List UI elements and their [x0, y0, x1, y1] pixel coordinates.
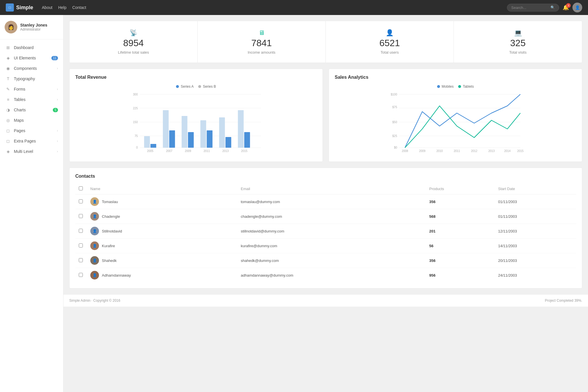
row-email-cell: adhamdannaway@dummy.com: [237, 268, 426, 283]
svg-rect-16: [182, 116, 188, 148]
sidebar-item-forms[interactable]: ✎ Forms ›: [0, 84, 63, 94]
row-name-cell: 👤 Chadengle: [87, 209, 237, 224]
row-email-cell: shahedk@dummy.com: [237, 253, 426, 268]
col-checkbox: [75, 183, 87, 194]
bar-chart-container: 300 225 150 75 0 2005: [75, 91, 317, 156]
search-box[interactable]: 🔍: [507, 4, 559, 12]
svg-rect-26: [244, 132, 250, 148]
multi-level-icon: ◈: [5, 149, 11, 154]
select-all-checkbox[interactable]: [79, 186, 83, 190]
sidebar-item-maps[interactable]: ◎ Maps: [0, 115, 63, 125]
legend-label-b: Series B: [203, 85, 216, 89]
contacts-card: Contacts Name Email Products Start Date: [69, 168, 582, 288]
sidebar-user-role: Administrator: [20, 27, 47, 31]
name-with-avatar: 👤 Shahedk: [90, 256, 234, 265]
svg-rect-20: [207, 130, 213, 148]
tables-icon: ≡: [5, 97, 11, 102]
legend-dot-mobiles: [437, 85, 440, 88]
row-date-cell: 14/11/2003: [495, 239, 576, 253]
sidebar-item-label: Charts: [14, 108, 53, 112]
brand-name: Simple: [16, 5, 33, 11]
svg-text:$50: $50: [392, 121, 397, 124]
chevron-right-icon: ›: [57, 139, 58, 143]
legend-dot-blue: [176, 85, 179, 88]
name-with-avatar: 👤 Tomaslau: [90, 197, 234, 206]
row-checkbox[interactable]: [79, 273, 83, 277]
charts-row: Total Revenue Series A Series B 30: [69, 69, 582, 162]
nav-help[interactable]: Help: [58, 5, 67, 10]
sidebar-item-label: Typography: [14, 76, 58, 81]
sidebar-item-extra-pages[interactable]: ◻ Extra Pages ›: [0, 136, 63, 146]
sidebar-item-typography[interactable]: T Typography: [0, 74, 63, 84]
row-checkbox-cell: [75, 239, 87, 253]
sidebar-item-dashboard[interactable]: ⊞ Dashboard: [0, 42, 63, 53]
row-checkbox-cell: [75, 268, 87, 283]
sidebar-item-pages[interactable]: ◻ Pages ›: [0, 125, 63, 136]
nav-contact[interactable]: Contact: [72, 5, 86, 10]
sidebar-item-charts[interactable]: ◑ Charts 5: [0, 105, 63, 115]
contact-name: Chadengle: [102, 214, 120, 219]
row-checkbox[interactable]: [79, 243, 83, 247]
sidebar-item-ui-elements[interactable]: ◈ UI Elements 11: [0, 53, 63, 63]
svg-text:2007: 2007: [166, 149, 173, 153]
row-checkbox[interactable]: [79, 258, 83, 262]
ui-elements-badge: 11: [51, 56, 58, 60]
charts-icon: ◑: [5, 108, 11, 112]
name-with-avatar: 👤 Kurafire: [90, 241, 234, 250]
sidebar-item-multi-level[interactable]: ◈ Multi Level ›: [0, 146, 63, 157]
svg-text:$25: $25: [392, 134, 397, 138]
stat-card-visits: 💻 325 Total visits: [454, 21, 582, 63]
svg-text:$100: $100: [391, 93, 397, 96]
row-date-cell: 24/11/2003: [495, 268, 576, 283]
stat-number-users: 6521: [332, 38, 448, 48]
nav-about[interactable]: About: [42, 5, 53, 10]
table-row: 👤 Stillnotdavid stillnotdavid@dummy.com …: [75, 224, 576, 239]
legend-label-mobiles: Mobiles: [442, 85, 454, 89]
search-input[interactable]: [511, 5, 549, 10]
charts-badge: 5: [53, 108, 58, 112]
notifications-button[interactable]: 🔔 3: [563, 4, 569, 11]
contact-avatar: 👤: [90, 241, 99, 250]
contacts-table: Name Email Products Start Date 👤 Tomasla…: [75, 183, 576, 282]
svg-rect-14: [169, 130, 175, 148]
sales-analytics-title: Sales Analytics: [335, 75, 576, 80]
row-name-cell: 👤 Shahedk: [87, 253, 237, 268]
footer-right-prefix: Project Completed: [545, 299, 574, 303]
svg-rect-19: [201, 120, 206, 148]
stat-label-users: Total users: [332, 50, 448, 55]
row-checkbox[interactable]: [79, 214, 83, 218]
svg-text:2013: 2013: [222, 149, 229, 153]
svg-text:2011: 2011: [454, 149, 460, 153]
svg-text:2010: 2010: [436, 149, 443, 153]
footer-percent: 39%: [574, 299, 581, 303]
stat-number-income: 7841: [203, 38, 320, 48]
legend-label-tablets: Tablets: [463, 85, 474, 89]
stat-number-visits: 325: [460, 38, 576, 48]
user-avatar-top[interactable]: 👤: [572, 3, 582, 12]
brand[interactable]: □ Simple: [6, 3, 33, 12]
row-checkbox[interactable]: [79, 199, 83, 203]
row-products-cell: 956: [426, 268, 495, 283]
legend-tablets: Tablets: [458, 85, 474, 89]
row-name-cell: 👤 Tomaslau: [87, 194, 237, 209]
svg-text:2015: 2015: [517, 149, 524, 153]
sales-analytics-card: Sales Analytics Mobiles Tablets $100 $75: [329, 69, 582, 162]
row-products-cell: 56: [426, 239, 495, 253]
legend-dot-tablets: [458, 85, 461, 88]
row-checkbox[interactable]: [79, 229, 83, 233]
sidebar-item-components[interactable]: ◉ Components ›: [0, 63, 63, 74]
legend-dot-gray: [198, 85, 201, 88]
sidebar-user: 👩 Stanley Jones Administrator: [0, 15, 63, 40]
stat-card-income: 🖥 7841 Income amounts: [198, 21, 326, 63]
sidebar-item-label: Maps: [14, 118, 58, 123]
sidebar-item-label: Extra Pages: [14, 139, 57, 143]
stat-card-users: 👤 6521 Total users: [326, 21, 454, 63]
svg-text:2015: 2015: [241, 149, 248, 153]
income-icon: 🖥: [203, 29, 320, 37]
sidebar-item-tables[interactable]: ≡ Tables ›: [0, 94, 63, 105]
table-row: 👤 Chadengle chadengle@dummy.com 568 01/1…: [75, 209, 576, 224]
maps-icon: ◎: [5, 118, 11, 123]
sales-icon: 📡: [75, 29, 192, 37]
svg-text:150: 150: [133, 121, 138, 124]
avatar: 👩: [5, 21, 17, 33]
